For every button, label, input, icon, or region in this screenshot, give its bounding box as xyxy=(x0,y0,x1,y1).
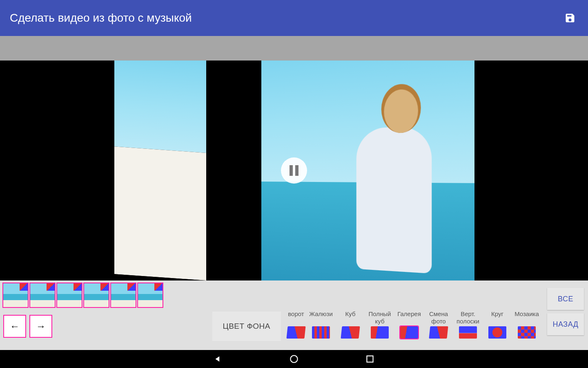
app-title: Сделать видео из фото с музыкой xyxy=(10,11,192,25)
preview-area xyxy=(0,36,588,280)
effect-Смена[interactable]: Сменафото xyxy=(424,310,453,343)
svg-point-0 xyxy=(290,355,297,362)
effect-icon xyxy=(400,326,418,339)
effect-Мозаика[interactable]: Мозаика xyxy=(512,310,541,343)
thumbnail[interactable] xyxy=(110,283,136,308)
thumbnail[interactable] xyxy=(83,283,109,308)
effect-icon xyxy=(429,326,448,339)
effect-Полный[interactable]: Полныйкуб xyxy=(365,310,394,343)
effect-Верт.[interactable]: Верт.полоски xyxy=(453,310,483,343)
android-nav-bar xyxy=(0,350,588,368)
next-photo-button[interactable]: → xyxy=(29,315,52,338)
save-icon xyxy=(564,12,576,24)
save-button[interactable] xyxy=(562,10,578,26)
background-color-button[interactable]: ЦВЕТ ФОНА xyxy=(212,312,281,341)
thumbnail[interactable] xyxy=(29,283,56,308)
effect-icon xyxy=(488,326,506,339)
nav-recent-button[interactable] xyxy=(365,354,375,364)
effect-icon xyxy=(312,326,330,339)
effect-icon xyxy=(341,326,360,339)
effect-Жалюзи[interactable]: Жалюзи xyxy=(306,310,336,343)
video-stage[interactable] xyxy=(0,61,588,280)
transition-pane-left xyxy=(114,61,206,280)
bottom-panel: ← → ЦВЕТ ФОНА воротЖалюзиКубПолныйкубГал… xyxy=(0,280,588,350)
back-button[interactable]: НАЗАД xyxy=(547,313,584,335)
effect-icon xyxy=(371,326,389,339)
prev-photo-button[interactable]: ← xyxy=(3,315,26,338)
effect-ворот[interactable]: ворот xyxy=(286,310,306,343)
effect-Круг[interactable]: Круг xyxy=(483,310,512,343)
effect-Куб[interactable]: Куб xyxy=(336,310,365,343)
effects-strip[interactable]: воротЖалюзиКубПолныйкубГалереяСменафотоВ… xyxy=(286,310,541,343)
nav-back-button[interactable] xyxy=(213,354,223,364)
nav-home-button[interactable] xyxy=(289,354,299,364)
pause-icon xyxy=(290,165,298,176)
thumbnail[interactable] xyxy=(56,283,82,308)
app-bar: Сделать видео из фото с музыкой xyxy=(0,0,588,36)
effect-icon xyxy=(518,326,536,339)
effect-icon xyxy=(286,326,305,339)
thumbnail[interactable] xyxy=(2,283,29,308)
thumbnail[interactable] xyxy=(137,283,163,308)
all-button[interactable]: ВСЕ xyxy=(547,288,584,310)
pause-button[interactable] xyxy=(281,157,307,184)
svg-rect-1 xyxy=(367,356,373,362)
effect-Галерея[interactable]: Галерея xyxy=(394,310,424,343)
effect-icon xyxy=(459,326,477,339)
thumbnail-strip[interactable] xyxy=(0,280,541,310)
